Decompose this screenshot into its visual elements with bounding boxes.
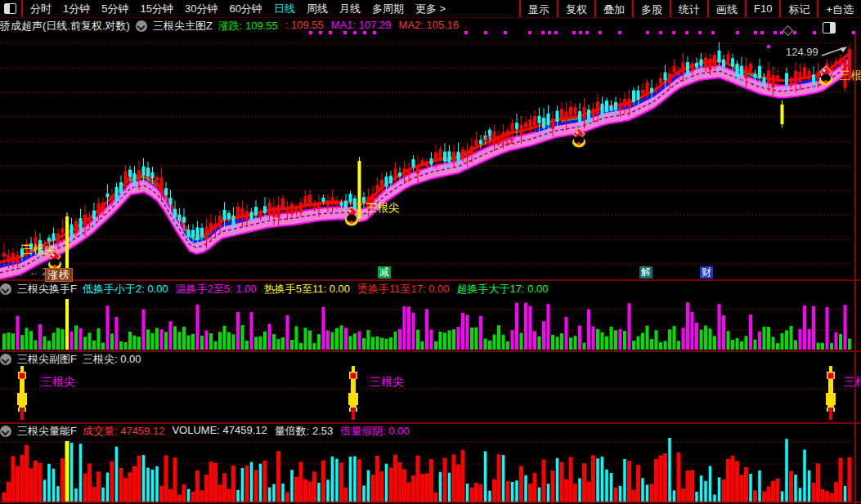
high-arrow-icon xyxy=(820,43,851,58)
sanjianjian-label: 三根尖 xyxy=(365,201,400,216)
limit-up-badge[interactable]: 涨榜 xyxy=(45,268,73,282)
volume-canvas xyxy=(0,424,861,502)
rocket-gem-icon xyxy=(816,65,836,87)
indicator-name[interactable]: 三根尖主图Z xyxy=(153,19,213,33)
signal-dot xyxy=(464,31,468,34)
toolbar-action-item[interactable]: 标记 xyxy=(779,0,817,17)
toolbar-action-item[interactable]: 多股 xyxy=(632,0,670,17)
toolbar-action-item[interactable]: 显示 xyxy=(519,0,557,17)
stock-title: 骄成超声(日线.前复权.对数) xyxy=(0,19,130,33)
rocket-icon xyxy=(14,366,30,421)
signal-dot xyxy=(554,31,558,34)
signal-dot xyxy=(618,31,621,34)
legend-item: 涨跌: 109.55 xyxy=(218,19,278,33)
signal-dot xyxy=(767,45,770,48)
signal-dot xyxy=(659,31,662,34)
signal-dot xyxy=(363,31,366,34)
signal-dot xyxy=(672,31,675,34)
signal-dot xyxy=(774,31,777,34)
main-legend: 涨跌: 109.55: 109.55MA1: 107.29MA2: 105.16 xyxy=(218,19,459,33)
toolbar-period-item[interactable]: 更多 > xyxy=(415,2,446,16)
sub-canvas xyxy=(0,352,861,422)
signal-dot xyxy=(343,31,347,34)
legend-item: MA2: 105.16 xyxy=(399,19,460,33)
sanjianjian-label: 三根尖 xyxy=(41,375,75,390)
toolbar-period-item[interactable]: 分时 xyxy=(30,2,52,16)
signal-dot xyxy=(309,31,312,34)
toolbar-action-item[interactable]: 统计 xyxy=(670,0,707,17)
event-badge[interactable]: 解 xyxy=(639,266,652,279)
signal-dot xyxy=(484,31,487,34)
toolbar-period-item[interactable]: 30分钟 xyxy=(185,2,217,16)
signal-dot xyxy=(780,31,783,34)
highest-price-label: 124.99 xyxy=(786,46,818,58)
window-split-icon[interactable] xyxy=(4,3,16,14)
toolbar-right: 显示复权叠加多股统计画线F10标记+自选 xyxy=(519,0,861,17)
toolbar-action-item[interactable]: +自选 xyxy=(817,0,861,17)
sub-chart[interactable] xyxy=(0,352,861,422)
toolbar-period-item[interactable]: 1分钟 xyxy=(63,2,90,16)
signal-dot xyxy=(572,31,576,34)
legend-item: MA1: 107.29 xyxy=(331,19,392,33)
toolbar-action-item[interactable]: 画线 xyxy=(707,0,745,17)
period-toolbar: 分时1分钟5分钟15分钟30分钟60分钟日线周线月线多周期更多 > 显示复权叠加… xyxy=(0,0,861,18)
event-badge[interactable]: 减 xyxy=(378,266,391,279)
signal-dot xyxy=(353,31,357,34)
main-chart-canvas xyxy=(0,34,861,280)
signal-dot xyxy=(548,31,551,34)
signal-dot xyxy=(528,31,531,34)
signal-dot xyxy=(646,31,649,34)
turnover-canvas xyxy=(0,282,861,350)
toolbar-period-item[interactable]: 周线 xyxy=(307,2,328,16)
chart-title-row: 骄成超声(日线.前复权.对数) 三根尖主图Z 涨跌: 109.55: 109.5… xyxy=(0,18,859,33)
legend-item: : 109.55 xyxy=(285,19,324,33)
rocket-gem-icon xyxy=(569,127,589,149)
signal-dot xyxy=(373,31,376,34)
signal-dot xyxy=(698,31,702,34)
signal-dot xyxy=(760,31,764,34)
event-badge[interactable]: 财 xyxy=(700,266,713,279)
signal-dot xyxy=(329,31,332,34)
sanjianjian-label: 三根尖 xyxy=(370,375,404,390)
toolbar-separator xyxy=(21,0,23,17)
split-screen-icon[interactable] xyxy=(823,22,836,33)
toolbar-action-item[interactable]: 复权 xyxy=(557,0,594,17)
signal-dot xyxy=(813,31,816,34)
signal-dot xyxy=(793,31,796,34)
signal-dot xyxy=(852,31,855,34)
chevron-down-icon[interactable] xyxy=(136,20,147,32)
signal-dot xyxy=(754,31,757,34)
toolbar-period-item[interactable]: 月线 xyxy=(339,2,361,16)
toolbar-action-item[interactable]: 叠加 xyxy=(594,0,632,17)
toolbar-period-item[interactable]: 15分钟 xyxy=(140,2,173,16)
main-chart[interactable] xyxy=(0,34,861,280)
toolbar-left: 分时1分钟5分钟15分钟30分钟60分钟日线周线月线多周期更多 > xyxy=(30,2,446,16)
toolbar-period-item[interactable]: 5分钟 xyxy=(101,2,128,16)
signal-dot xyxy=(579,31,582,34)
signal-dot xyxy=(736,31,739,34)
toolbar-period-item[interactable]: 日线 xyxy=(274,2,295,16)
toolbar-period-item[interactable]: 60分钟 xyxy=(229,2,262,16)
signal-dot xyxy=(504,31,507,34)
sanjianjian-label: 三根尖 xyxy=(844,375,861,390)
trading-app-window: 分时1分钟5分钟15分钟30分钟60分钟日线周线月线多周期更多 > 显示复权叠加… xyxy=(0,0,861,504)
signal-dot xyxy=(541,31,545,34)
sanjianjian-label: 三根尖 xyxy=(839,69,861,83)
turnover-chart[interactable] xyxy=(0,282,861,350)
signal-dot xyxy=(599,31,602,34)
toolbar-period-item[interactable]: 多周期 xyxy=(372,2,404,16)
rocket-icon xyxy=(345,366,361,421)
rocket-icon xyxy=(823,366,839,421)
signal-dot xyxy=(685,31,688,34)
volume-chart[interactable] xyxy=(0,424,861,502)
signal-dot xyxy=(711,31,715,34)
watermark-text: 涨成妖 xyxy=(482,133,516,148)
rocket-gem-icon xyxy=(342,205,361,228)
diamond-icon[interactable]: ◇ xyxy=(783,21,793,38)
signal-dot xyxy=(585,31,589,34)
toolbar-action-item[interactable]: F10 xyxy=(745,0,779,17)
signal-dot xyxy=(319,31,322,34)
